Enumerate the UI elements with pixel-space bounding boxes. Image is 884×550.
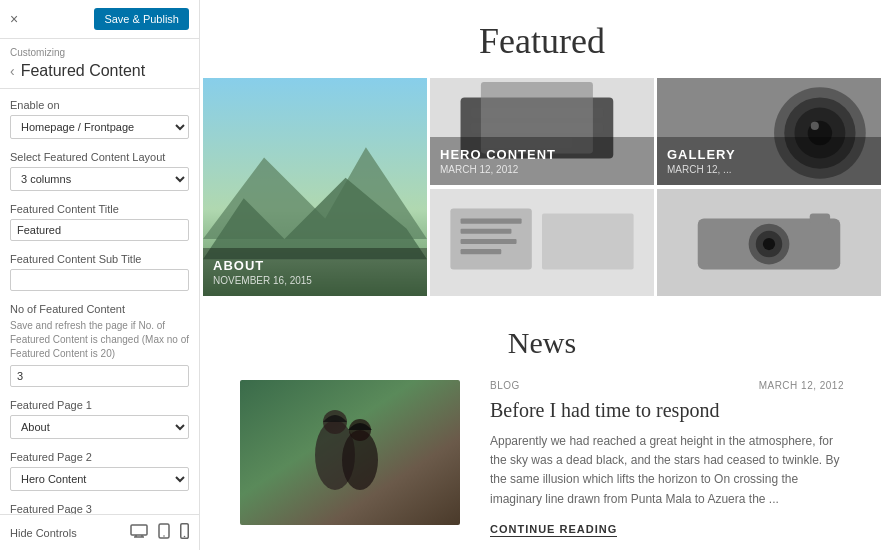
news-section: News xyxy=(200,306,884,550)
news-blog-tag: BLOG xyxy=(490,380,520,391)
page2-field: Featured Page 2 Hero Content About Galle… xyxy=(10,451,189,491)
card-title: HERO CONTENT xyxy=(440,147,644,162)
svg-rect-35 xyxy=(810,213,830,223)
news-heading: News xyxy=(240,326,844,360)
featured-heading: Featured xyxy=(200,20,884,62)
svg-rect-27 xyxy=(461,238,517,243)
panel-footer: Hide Controls xyxy=(0,514,199,550)
svg-point-22 xyxy=(811,122,819,130)
page1-label: Featured Page 1 xyxy=(10,399,189,411)
content-title-input[interactable] xyxy=(10,219,189,241)
featured-card-gallery[interactable]: GALLERY MARCH 12, ... xyxy=(657,78,881,185)
enable-on-field: Enable on Homepage / Frontpage All Pages… xyxy=(10,99,189,139)
news-article-title: Before I had time to respond xyxy=(490,399,844,422)
featured-card-hero[interactable]: HERO CONTENT MARCH 12, 2012 xyxy=(430,78,654,185)
panel-title-text: Featured Content xyxy=(21,62,146,80)
panel-header: × Save & Publish xyxy=(0,0,199,39)
back-arrow-icon[interactable]: ‹ xyxy=(10,63,15,79)
subtitle-field: Featured Content Sub Title xyxy=(10,253,189,291)
no-of-input[interactable] xyxy=(10,365,189,387)
page3-label: Featured Page 3 xyxy=(10,503,189,514)
featured-grid: ABOUT NOVEMBER 16, 2015 xyxy=(200,78,884,296)
svg-rect-28 xyxy=(461,249,502,254)
card-date: NOVEMBER 16, 2015 xyxy=(213,275,417,286)
news-content: BLOG MARCH 12, 2012 Before I had time to… xyxy=(490,380,844,537)
page2-label: Featured Page 2 xyxy=(10,451,189,463)
featured-card-tech1[interactable] xyxy=(430,189,654,296)
svg-rect-0 xyxy=(131,525,147,535)
card-overlay-gallery: GALLERY MARCH 12, ... xyxy=(657,137,881,185)
footer-icons xyxy=(130,523,189,542)
news-article: BLOG MARCH 12, 2012 Before I had time to… xyxy=(240,380,844,537)
subtitle-label: Featured Content Sub Title xyxy=(10,253,189,265)
no-of-label: No of Featured Content xyxy=(10,303,189,315)
featured-section: Featured xyxy=(200,0,884,306)
card-overlay-hero: HERO CONTENT MARCH 12, 2012 xyxy=(430,137,654,185)
card-date: MARCH 12, ... xyxy=(667,164,871,175)
svg-rect-29 xyxy=(542,213,634,269)
card-date: MARCH 12, 2012 xyxy=(440,164,644,175)
svg-rect-26 xyxy=(461,228,512,233)
enable-on-select[interactable]: Homepage / Frontpage All Pages None xyxy=(10,115,189,139)
panel-header-left: × xyxy=(10,11,18,27)
news-meta: BLOG MARCH 12, 2012 xyxy=(490,380,844,391)
customizing-label: Customizing xyxy=(0,39,199,58)
panel-title: ‹ Featured Content xyxy=(0,58,199,89)
layout-select[interactable]: 3 columns 2 columns 1 column xyxy=(10,167,189,191)
card-title: GALLERY xyxy=(667,147,871,162)
featured-card-about[interactable]: ABOUT NOVEMBER 16, 2015 xyxy=(203,78,427,296)
enable-on-label: Enable on xyxy=(10,99,189,111)
featured-card-tech2[interactable] xyxy=(657,189,881,296)
page1-field: Featured Page 1 About Home Contact xyxy=(10,399,189,439)
content-title-field: Featured Content Title xyxy=(10,203,189,241)
no-of-field: No of Featured Content Save and refresh … xyxy=(10,303,189,387)
close-icon[interactable]: × xyxy=(10,11,18,27)
no-of-note: Save and refresh the page if No. of Feat… xyxy=(10,319,189,361)
news-excerpt: Apparently we had reached a great height… xyxy=(490,432,844,509)
panel-fields: Enable on Homepage / Frontpage All Pages… xyxy=(0,89,199,514)
page2-select[interactable]: Hero Content About Gallery xyxy=(10,467,189,491)
layout-label: Select Featured Content Layout xyxy=(10,151,189,163)
desktop-icon[interactable] xyxy=(130,524,148,541)
save-publish-button[interactable]: Save & Publish xyxy=(94,8,189,30)
svg-rect-25 xyxy=(461,218,522,223)
main-content: Featured xyxy=(200,0,884,550)
page1-select[interactable]: About Home Contact xyxy=(10,415,189,439)
layout-field: Select Featured Content Layout 3 columns… xyxy=(10,151,189,191)
subtitle-input[interactable] xyxy=(10,269,189,291)
svg-point-5 xyxy=(163,535,165,537)
page3-field: Featured Page 3 Gallery About Contact xyxy=(10,503,189,514)
card-title: ABOUT xyxy=(213,258,417,273)
card-overlay-about: ABOUT NOVEMBER 16, 2015 xyxy=(203,248,427,296)
mobile-icon[interactable] xyxy=(180,523,189,542)
content-title-label: Featured Content Title xyxy=(10,203,189,215)
svg-point-34 xyxy=(763,237,775,249)
tablet-icon[interactable] xyxy=(158,523,170,542)
hide-controls-button[interactable]: Hide Controls xyxy=(10,527,77,539)
continue-reading-link[interactable]: CONTINUE READING xyxy=(490,523,617,537)
news-image xyxy=(240,380,460,525)
news-date: MARCH 12, 2012 xyxy=(759,380,844,391)
customizer-panel: × Save & Publish Customizing ‹ Featured … xyxy=(0,0,200,550)
svg-point-7 xyxy=(184,536,186,538)
